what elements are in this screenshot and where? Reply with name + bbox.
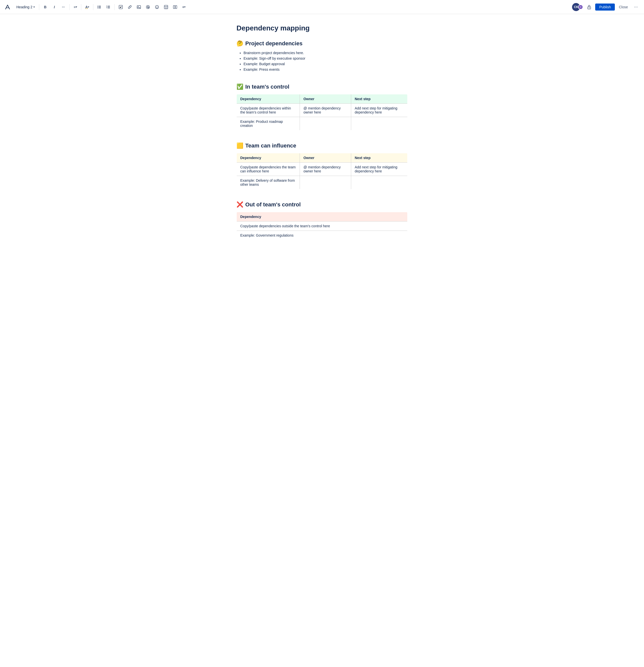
chevron-down-icon: ▾ — [33, 5, 35, 8]
table-cell-next-step: Add next step for mitigating dependency … — [351, 163, 407, 176]
table-cell-dependency: Example: Product roadmap creation — [237, 117, 300, 130]
page-content: Dependency mapping 🤔 Project dependencie… — [227, 14, 417, 272]
table-header-row: Dependency Owner Next step — [237, 94, 408, 104]
bold-button[interactable]: B — [41, 3, 49, 11]
in-team-control-table: Dependency Owner Next step Copy/paste de… — [236, 94, 408, 130]
table-cell-owner — [300, 176, 351, 189]
mention-button[interactable] — [144, 3, 152, 11]
page-title: Dependency mapping — [236, 24, 408, 32]
section-heading-out-of-team-control: ❌ Out of team's control — [236, 201, 408, 208]
col-header-dependency: Dependency — [237, 212, 408, 222]
checkmark-emoji-icon: ✅ — [236, 84, 243, 90]
list-item: Example: Sign-off by executive sponsor — [244, 56, 408, 61]
align-button[interactable]: ≡ ▾ — [72, 3, 79, 11]
col-header-dependency: Dependency — [237, 153, 300, 163]
svg-rect-26 — [175, 5, 177, 9]
list-item: Example: Press events — [244, 67, 408, 71]
table-row: Copy/paste dependencies outside the team… — [237, 222, 408, 231]
project-dependencies-list: Brainstorm project dependencies here. Ex… — [236, 51, 408, 71]
close-button[interactable]: Close — [617, 3, 630, 11]
toolbar-divider-5 — [114, 4, 115, 10]
section-heading-in-team-control: ✅ In team's control — [236, 84, 408, 90]
table-cell-owner: @ mention dependency owner here — [300, 163, 351, 176]
toolbar-right: CK + Publish Close ··· — [572, 3, 640, 11]
col-header-next-step: Next step — [351, 94, 407, 104]
app-logo[interactable] — [4, 3, 11, 11]
numbered-list-button[interactable]: 1.2.3. — [104, 3, 113, 11]
svg-point-3 — [98, 6, 98, 7]
col-header-next-step: Next step — [351, 153, 407, 163]
team-can-influence-table: Dependency Owner Next step Copy/paste de… — [236, 153, 408, 189]
lock-button[interactable] — [585, 3, 593, 11]
svg-rect-8 — [108, 6, 110, 6]
thinking-emoji-icon: 🤔 — [236, 40, 243, 47]
svg-point-19 — [156, 6, 157, 7]
section-heading-project-dependencies: 🤔 Project dependencies — [236, 40, 408, 47]
section-in-team-control: ✅ In team's control Dependency Owner Nex… — [236, 84, 408, 130]
section-project-dependencies: 🤔 Project dependencies Brainstorm projec… — [236, 40, 408, 71]
svg-rect-4 — [99, 7, 101, 7]
bullet-list-button[interactable] — [95, 3, 103, 11]
columns-button[interactable] — [171, 3, 179, 11]
svg-point-28 — [589, 7, 590, 8]
col-header-owner: Owner — [300, 153, 351, 163]
svg-point-5 — [98, 7, 98, 8]
table-cell-dependency: Example: Delivery of software from other… — [237, 176, 300, 189]
yellow-square-icon: 🟨 — [236, 143, 243, 149]
table-cell-next-step — [351, 176, 407, 189]
table-row: Example: Product roadmap creation — [237, 117, 408, 130]
svg-text:3.: 3. — [106, 7, 108, 9]
svg-rect-6 — [99, 8, 101, 8]
table-cell-owner — [300, 117, 351, 130]
table-cell-next-step — [351, 117, 407, 130]
svg-point-15 — [138, 6, 138, 7]
svg-rect-21 — [164, 5, 168, 9]
list-item: Example: Budget approval — [244, 62, 408, 66]
italic-button[interactable]: I — [50, 3, 59, 11]
table-cell-dependency: Copy/paste dependencies within the team'… — [237, 104, 300, 117]
image-button[interactable] — [135, 3, 143, 11]
section-team-can-influence: 🟨 Team can influence Dependency Owner Ne… — [236, 143, 408, 189]
table-cell-dependency: Copy/paste dependencies outside the team… — [237, 222, 408, 231]
col-header-owner: Owner — [300, 94, 351, 104]
insert-button[interactable]: + ▾ — [180, 3, 187, 11]
svg-rect-25 — [173, 5, 175, 9]
more-formatting-button[interactable]: ··· — [60, 3, 67, 11]
task-button[interactable] — [117, 3, 125, 11]
toolbar: Heading 2 ▾ B I ··· ≡ ▾ A ▾ 1.2.3. — [0, 0, 644, 14]
cross-mark-icon: ❌ — [236, 201, 243, 208]
table-row: Example: Government regulations — [237, 231, 408, 240]
table-header-row: Dependency — [237, 212, 408, 222]
link-button[interactable] — [126, 3, 134, 11]
toolbar-divider-2 — [69, 4, 70, 10]
svg-rect-2 — [99, 6, 101, 6]
section-out-of-team-control: ❌ Out of team's control Dependency Copy/… — [236, 201, 408, 240]
table-cell-owner: @ mention dependency owner here — [300, 104, 351, 117]
svg-rect-0 — [4, 3, 11, 11]
section-heading-team-can-influence: 🟨 Team can influence — [236, 143, 408, 149]
table-button[interactable] — [162, 3, 170, 11]
svg-point-20 — [158, 6, 158, 7]
col-header-dependency: Dependency — [237, 94, 300, 104]
table-cell-next-step: Add next step for mitigating dependency … — [351, 104, 407, 117]
heading-style-selector[interactable]: Heading 2 ▾ — [14, 4, 37, 10]
emoji-button[interactable] — [153, 3, 161, 11]
svg-rect-12 — [108, 8, 110, 8]
svg-point-1 — [98, 5, 98, 6]
publish-button[interactable]: Publish — [595, 3, 615, 11]
avatar-group: CK + — [572, 3, 583, 11]
table-header-row: Dependency Owner Next step — [237, 153, 408, 163]
table-cell-dependency: Example: Government regulations — [237, 231, 408, 240]
list-item: Brainstorm project dependencies here. — [244, 51, 408, 55]
more-options-button[interactable]: ··· — [632, 3, 640, 11]
toolbar-divider-3 — [81, 4, 81, 10]
table-row: Example: Delivery of software from other… — [237, 176, 408, 189]
table-row: Copy/paste dependencies the team can inf… — [237, 163, 408, 176]
text-color-button[interactable]: A ▾ — [83, 3, 91, 11]
table-cell-dependency: Copy/paste dependencies the team can inf… — [237, 163, 300, 176]
add-collaborator-button[interactable]: + — [578, 4, 583, 10]
svg-rect-10 — [108, 7, 110, 7]
out-of-team-control-table: Dependency Copy/paste dependencies outsi… — [236, 212, 408, 240]
table-row: Copy/paste dependencies within the team'… — [237, 104, 408, 117]
heading-style-label: Heading 2 — [16, 5, 32, 9]
